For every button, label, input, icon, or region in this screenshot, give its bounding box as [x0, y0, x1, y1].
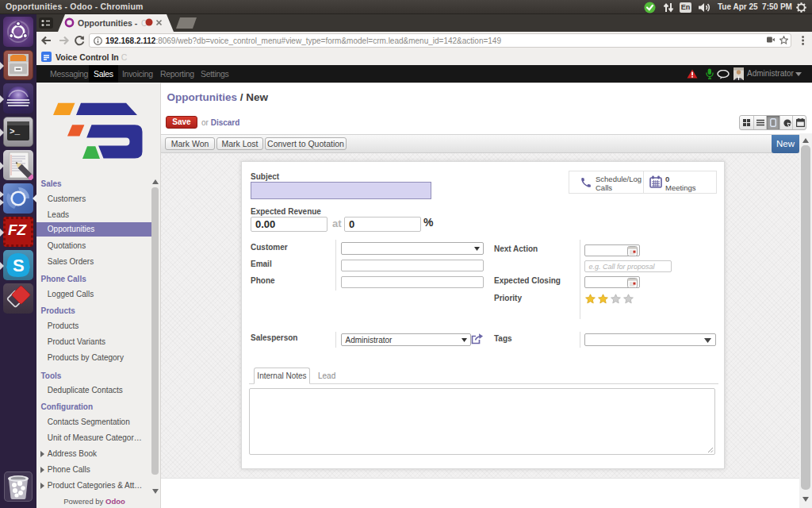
- svg-text:>_: >_: [10, 127, 21, 137]
- svg-text:S: S: [13, 256, 25, 275]
